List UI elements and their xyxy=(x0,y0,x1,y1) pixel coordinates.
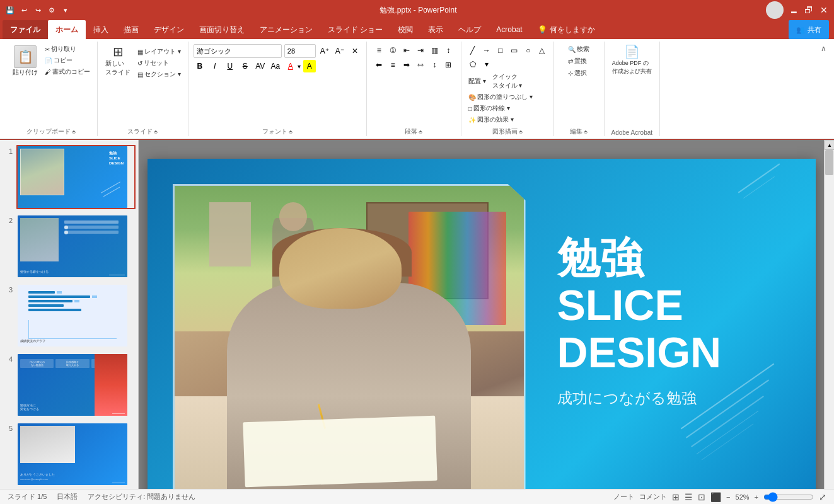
scroll-track[interactable] xyxy=(825,150,834,504)
reset-button[interactable]: ↺ リセット xyxy=(136,58,183,68)
restore-button[interactable]: 🗗 xyxy=(804,5,814,15)
format-copy-button[interactable]: 🖌 書式のコピー xyxy=(43,67,92,77)
underline-button[interactable]: U xyxy=(224,60,236,72)
slide-thumb-4[interactable]: 代わり映えのない勉強法 比較感覚を取り入れる 目標を設定する 勉強方法に 変化を… xyxy=(16,353,136,417)
copy-button[interactable]: 📄 コピー xyxy=(43,55,92,66)
number-list-button[interactable]: ① xyxy=(386,44,399,57)
select-button[interactable]: ⊹ 選択 xyxy=(566,68,589,78)
tab-animations[interactable]: アニメーション xyxy=(252,20,320,39)
minimize-button[interactable]: 🗕 xyxy=(789,5,799,15)
section-button[interactable]: ▤ セクション ▾ xyxy=(136,69,183,79)
slide-thumb-1[interactable]: 勉強SLICEDESIGN xyxy=(16,145,136,209)
slide-thumb-5[interactable]: ありがとうございました someone@example.com xyxy=(16,422,136,486)
slide-thumb-2[interactable]: 勉強する癖をつける xyxy=(16,214,136,278)
shape-rect-button[interactable]: □ xyxy=(494,44,507,57)
font-size-input[interactable] xyxy=(284,44,316,58)
shape-rounded-button[interactable]: ▭ xyxy=(508,44,521,57)
slide-thumbnail-1[interactable]: 1 勉強SLICEDESIGN xyxy=(3,145,136,209)
shape-pentagon-button[interactable]: ⬠ xyxy=(466,58,479,71)
smartart-button[interactable]: ⊞ xyxy=(442,59,455,71)
columns-button[interactable]: ▥ xyxy=(428,44,441,57)
customize-icon[interactable]: ⚙ xyxy=(47,5,57,15)
line-spacing-button[interactable]: ↕ xyxy=(428,59,441,71)
shape-line-button[interactable]: ╱ xyxy=(466,44,479,57)
quick-styles-button[interactable]: クイックスタイル ▾ xyxy=(490,72,524,91)
align-center-button[interactable]: ≡ xyxy=(386,59,399,71)
slide-number-5: 5 xyxy=(3,422,13,432)
view-reading-button[interactable]: ⊡ xyxy=(698,492,705,502)
user-avatar[interactable] xyxy=(766,1,784,19)
bold-button[interactable]: B xyxy=(194,60,206,72)
tab-design[interactable]: デザイン xyxy=(146,20,192,39)
share-button[interactable]: 👥 共有 xyxy=(789,20,829,39)
tab-acrobat[interactable]: Acrobat xyxy=(489,20,530,39)
shape-oval-button[interactable]: ○ xyxy=(522,44,535,57)
italic-button[interactable]: I xyxy=(209,60,221,72)
tab-review[interactable]: 校閲 xyxy=(390,20,420,39)
slide-thumbnail-2[interactable]: 2 勉強する癖をつける xyxy=(3,214,136,278)
slide-thumbnail-5[interactable]: 5 ありがとうございました someone@example.com xyxy=(3,422,136,486)
layout-button[interactable]: ▦ レイアウト ▾ xyxy=(136,47,183,57)
slide-thumbnail-4[interactable]: 4 代わり映えのない勉強法 比較感覚を取り入れる 目標を設定する 勉強方法に 変… xyxy=(3,353,136,417)
tab-search[interactable]: 💡 何をしますか xyxy=(530,20,603,39)
scroll-up-button[interactable]: ▲ xyxy=(825,140,834,150)
shape-arrow-button[interactable]: → xyxy=(480,44,493,57)
tab-help[interactable]: ヘルプ xyxy=(451,20,489,39)
notes-button[interactable]: ノート xyxy=(613,492,634,501)
tab-insert[interactable]: 挿入 xyxy=(86,20,116,39)
increase-size-button[interactable]: A⁺ xyxy=(318,45,331,57)
pdf-icon: 📄 xyxy=(624,45,640,58)
tab-slideshow[interactable]: スライド ショー xyxy=(320,20,390,39)
shape-effects-button[interactable]: ✨図形の効果 ▾ xyxy=(466,115,516,125)
align-right-button[interactable]: ➡ xyxy=(400,59,413,71)
cut-button[interactable]: ✂ 切り取り xyxy=(43,44,92,54)
shape-more-button[interactable]: ▾ xyxy=(480,58,493,71)
fit-slide-button[interactable]: ⤢ xyxy=(819,492,826,502)
tab-transitions[interactable]: 画面切り替え xyxy=(192,20,252,39)
tab-home[interactable]: ホーム xyxy=(48,20,86,39)
highlight-button[interactable]: A xyxy=(303,60,316,72)
slide-thumb-3[interactable]: 成績状況のグラフ xyxy=(16,284,136,348)
indent-decrease-button[interactable]: ⇤ xyxy=(400,44,413,57)
zoom-in-button[interactable]: + xyxy=(755,493,758,501)
font-name-input[interactable] xyxy=(194,44,282,58)
case-button[interactable]: Aa xyxy=(269,60,282,72)
slide-thumbnail-3[interactable]: 3 xyxy=(3,284,136,348)
shape-outline-button[interactable]: □図形の枠線 ▾ xyxy=(466,103,512,113)
redo-icon[interactable]: ↪ xyxy=(33,5,43,15)
tab-draw[interactable]: 描画 xyxy=(116,20,146,39)
justify-button[interactable]: ⇿ xyxy=(414,59,427,71)
paste-button[interactable]: 📋 貼り付け xyxy=(10,44,40,78)
replace-button[interactable]: ⇄ 置換 xyxy=(566,56,589,66)
shape-fill-button[interactable]: 🎨図形の塗りつぶし ▾ xyxy=(466,92,535,102)
create-pdf-button[interactable]: 📄 Adobe PDF の作成および共有 xyxy=(610,44,654,77)
shape-triangle-button[interactable]: △ xyxy=(536,44,548,57)
close-button[interactable]: ✕ xyxy=(819,5,829,15)
view-normal-button[interactable]: ⊞ xyxy=(672,492,680,502)
text-direction-button[interactable]: ↕ xyxy=(442,44,455,57)
strikethrough-button[interactable]: S xyxy=(239,60,252,72)
arrange-button[interactable]: 配置 ▾ xyxy=(466,72,488,91)
bullet-list-button[interactable]: ≡ xyxy=(373,44,385,57)
undo-icon[interactable]: ↩ xyxy=(19,5,29,15)
zoom-out-button[interactable]: − xyxy=(726,493,730,501)
new-slide-button[interactable]: ⊞ 新しいスライド xyxy=(103,44,133,78)
char-spacing-button[interactable]: AV xyxy=(254,60,267,72)
clear-format-button[interactable]: ✕ xyxy=(349,45,361,57)
zoom-slider[interactable] xyxy=(763,493,814,501)
scroll-thumb[interactable] xyxy=(825,150,833,175)
font-color-dropdown[interactable]: A ▾ xyxy=(284,60,301,72)
align-left-button[interactable]: ⬅ xyxy=(373,59,385,71)
save-icon[interactable]: 💾 xyxy=(5,5,15,15)
indent-increase-button[interactable]: ⇥ xyxy=(414,44,427,57)
collapse-ribbon-button[interactable]: ∧ xyxy=(821,44,826,53)
dropdown-icon[interactable]: ▾ xyxy=(61,5,71,15)
view-slideshow-button[interactable]: ⬛ xyxy=(710,492,721,502)
comments-button[interactable]: コメント xyxy=(639,492,667,501)
decrease-size-button[interactable]: A⁻ xyxy=(333,45,346,57)
slide-canvas[interactable]: 勉強 SLICE DESIGN 成功につながる勉強 xyxy=(148,159,816,504)
tab-file[interactable]: ファイル xyxy=(3,20,48,39)
tab-view[interactable]: 表示 xyxy=(420,20,451,39)
search-button[interactable]: 🔍 検索 xyxy=(566,44,591,54)
view-outline-button[interactable]: ☰ xyxy=(685,492,693,502)
